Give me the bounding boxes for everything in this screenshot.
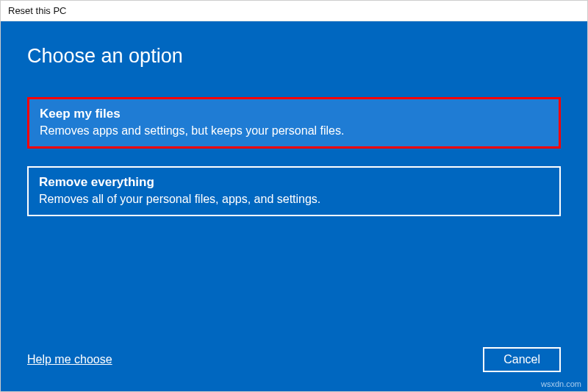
option-remove-everything-title: Remove everything [39,175,549,190]
option-remove-everything-desc: Removes all of your personal files, apps… [39,193,549,206]
window-title: Reset this PC [1,1,587,21]
page-heading: Choose an option [27,45,561,68]
watermark: wsxdn.com [541,379,581,388]
option-keep-my-files[interactable]: Keep my files Removes apps and settings,… [27,97,561,149]
footer: Help me choose Cancel [27,347,561,377]
option-remove-everything[interactable]: Remove everything Removes all of your pe… [27,166,561,216]
help-me-choose-link[interactable]: Help me choose [27,353,112,366]
reset-pc-window: Reset this PC Choose an option Keep my f… [0,0,588,392]
main-panel: Choose an option Keep my files Removes a… [1,21,587,391]
option-keep-my-files-desc: Removes apps and settings, but keeps you… [40,124,548,138]
option-keep-my-files-title: Keep my files [40,107,548,121]
cancel-button[interactable]: Cancel [483,347,561,372]
